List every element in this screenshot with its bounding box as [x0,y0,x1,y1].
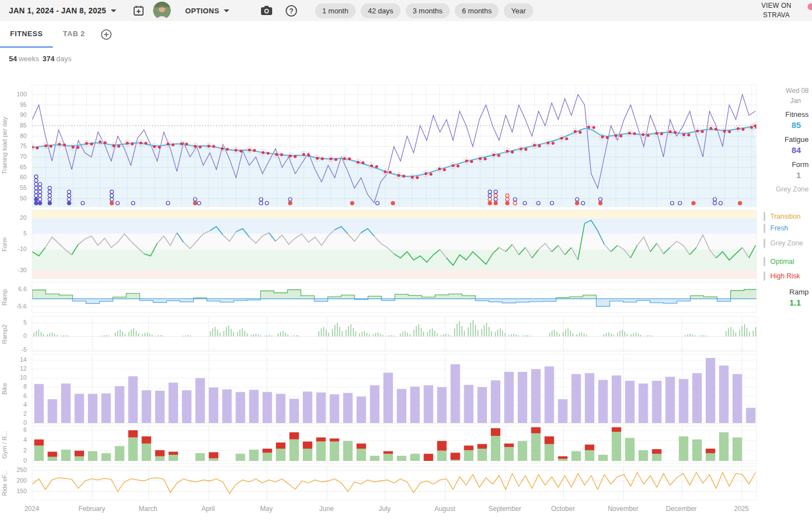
help-button[interactable]: ? [286,5,297,17]
axis-tick: 0 [0,419,27,426]
ride-ef-chart-block: Ride eF... 250200150 [0,466,757,500]
selected-date: Wed 08 Jan [786,86,809,106]
range-summary: 54weeks374days [9,55,812,66]
axis-tick: 90 [0,111,27,119]
fitness-stat-label: Fitness [785,110,809,119]
axis-tick: 5 [0,229,27,237]
ramp2-chart[interactable] [32,316,757,352]
fitness-stat-value: 85 [785,120,809,130]
options-label: OPTIONS [185,7,219,15]
selected-date-bottom: Jan [786,96,809,106]
axis-tick: 65 [0,163,27,171]
screenshot-button[interactable] [260,5,273,16]
ride-ef-chart[interactable] [32,466,757,500]
fatigue-stat-value: 84 [785,145,809,155]
tab-fitness[interactable]: FITNESS [0,21,53,48]
month-label: April [201,505,215,513]
stats-sidebar: Wed 08 Jan Fitness 85 Fatigue 84 Form 1 … [757,85,812,517]
legend-high-risk: High Risk [764,272,800,281]
month-label: May [260,505,273,513]
legend-fresh: Fresh [764,224,788,233]
form-stat-label: Form [792,160,809,169]
ramp-stat-value: 1.1 [789,298,809,307]
axis-tick: 4 [0,401,27,409]
add-tab-button[interactable] [95,21,117,48]
gym-run-chart-block: Gym / R... 6420 [0,426,757,464]
axis-tick: 6.6 [0,285,27,293]
help-icon: ? [286,5,297,17]
axis-tick: 4 [0,436,27,444]
fatigue-stat: Fatigue 84 [785,135,809,155]
bike-chart[interactable] [32,354,757,424]
bike-chart-block: Bike 14121086420 [0,354,757,424]
form-chart[interactable] [32,210,757,279]
time-axis: 2024FebruaryMarchAprilMayJuneJulyAugustS… [0,504,757,517]
tab-2[interactable]: TAB 2 [53,21,95,48]
axis-tick: 14 [0,356,27,363]
days-label: days [56,55,71,63]
form-stat-value: 1 [792,170,809,180]
axis-tick: 50 [0,194,27,202]
axis-tick: 12 [0,365,27,372]
legend-transition: Transition [764,212,800,221]
axis-tick: -5 [0,346,27,353]
view-on-strava-link[interactable]: VIEW ON STRAVA [751,1,802,20]
range-year-button[interactable]: Year [504,3,533,18]
strava-logo-icon [808,3,812,10]
axis-tick: 2 [0,410,27,417]
month-label: June [319,505,334,513]
form-stat: Form 1 [792,160,809,180]
axis-tick: 55 [0,184,27,191]
tab-fitness-label: FITNESS [10,30,43,38]
range-quick-buttons: 1 month 42 days 3 months 6 months Year [315,3,533,18]
date-range-selector[interactable]: JAN 1, 2024 - JAN 8, 2025 [9,6,116,15]
charts-area: Training load per day 100959085807570656… [0,85,812,517]
month-label: October [551,505,575,513]
axis-tick: 60 [0,173,27,181]
axis-tick: 6 [0,392,27,400]
user-avatar[interactable] [153,2,171,19]
month-label: December [666,505,696,513]
month-label: March [139,505,157,513]
fatigue-stat-label: Fatigue [785,135,809,144]
selected-date-top: Wed 08 [786,86,809,96]
axis-tick: 10 [0,373,27,381]
form-zones-legend: Transition Fresh Grey Zone Optimal High … [764,210,812,293]
axis-tick: 80 [0,132,27,140]
month-label: 2024 [24,505,40,513]
weeks-value: 54 [9,55,17,63]
options-menu[interactable]: OPTIONS [185,7,229,15]
legend-optimal: Optimal [764,257,794,266]
range-3-months-button[interactable]: 3 months [406,3,450,18]
axis-tick: 150 [0,487,27,495]
month-label: August [434,505,455,513]
axis-tick: 0 [0,456,27,464]
svg-text:?: ? [289,7,293,14]
axis-tick: 5 [0,318,27,326]
weeks-label: weeks [18,55,39,63]
form-zone-text: Grey Zone [776,185,809,193]
axis-tick: 85 [0,121,27,129]
legend-grey-zone: Grey Zone [764,239,803,248]
axis-tick: 70 [0,153,27,160]
fitness-stat: Fitness 85 [785,110,809,130]
tab-bar: FITNESS TAB 2 [0,21,812,48]
fitness-chart[interactable] [32,85,757,207]
date-range-label: JAN 1, 2024 - JAN 8, 2025 [9,6,106,15]
tab-2-label: TAB 2 [63,30,85,38]
range-1-month-button[interactable]: 1 month [315,3,356,18]
axis-tick: 6 [0,426,27,434]
plus-circle-icon [101,29,112,40]
range-6-months-button[interactable]: 6 months [455,3,499,18]
camera-icon [260,5,273,16]
ramp-chart[interactable] [32,282,757,313]
month-label: February [78,505,105,513]
add-calendar-button[interactable] [133,5,144,16]
ramp-stat: Ramp 1.1 [789,288,809,307]
form-chart-block: Form 205-10-30 [0,210,757,279]
gym-run-chart[interactable] [32,426,757,464]
range-42-days-button[interactable]: 42 days [361,3,401,18]
axis-tick: 0 [0,332,27,340]
ramp-chart-block: Ramp 6.6-5.6 [0,282,757,313]
axis-tick: 250 [0,466,27,474]
